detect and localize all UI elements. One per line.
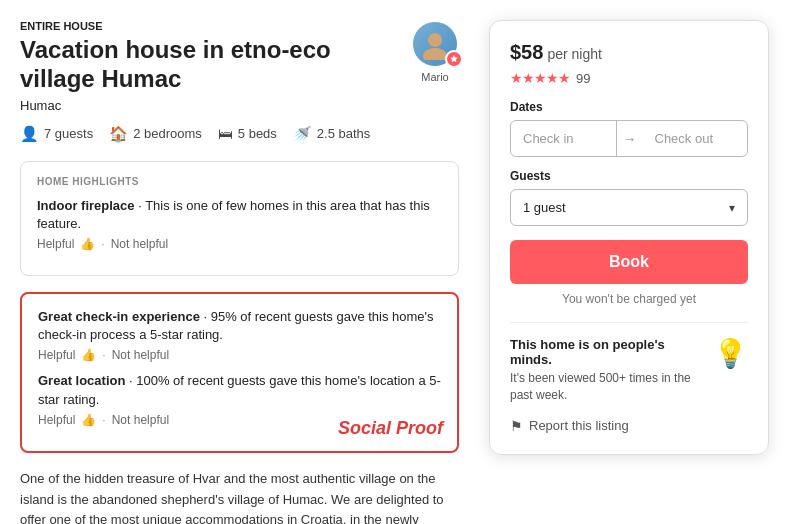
- helpful-row-checkin: Helpful 👍 · Not helpful: [38, 348, 441, 362]
- review-count: 99: [576, 71, 590, 86]
- svg-point-1: [423, 48, 447, 60]
- helpful-label-location: Helpful: [38, 413, 75, 427]
- minds-sub: It's been viewed 500+ times in the past …: [510, 370, 703, 404]
- report-text: Report this listing: [529, 418, 629, 433]
- helpful-label-fireplace: Helpful: [37, 237, 74, 251]
- highlight-title-fireplace: Indoor fireplace: [37, 198, 135, 213]
- bedrooms-label: 2 bedrooms: [133, 126, 202, 141]
- guests-label: 7 guests: [44, 126, 93, 141]
- check-in-placeholder: Check in: [523, 131, 574, 146]
- sep-checkin: ·: [102, 348, 105, 362]
- book-button[interactable]: Book: [510, 240, 748, 284]
- property-title: Vacation house in etno-eco village Humac: [20, 36, 395, 94]
- social-proof-box: Great check-in experience · 95% of recen…: [20, 292, 459, 453]
- sp-text-checkin: Great check-in experience · 95% of recen…: [38, 308, 441, 344]
- social-proof-label: Social Proof: [338, 418, 443, 439]
- minds-box: This home is on people's minds. It's bee…: [510, 322, 748, 404]
- property-location: Humac: [20, 98, 395, 113]
- sp-text-location: Great location · 100% of recent guests g…: [38, 372, 441, 408]
- bed-icon: 🛏: [218, 125, 233, 142]
- check-out-field[interactable]: Check out: [643, 121, 748, 156]
- sp-title-location: Great location: [38, 373, 125, 388]
- check-in-field[interactable]: Check in: [511, 121, 617, 156]
- star-rating: ★★★★★: [510, 70, 570, 86]
- bulb-icon: 💡: [713, 337, 748, 370]
- helpful-row-fireplace: Helpful 👍 · Not helpful: [37, 237, 442, 251]
- rating-row: ★★★★★ 99: [510, 70, 748, 86]
- thumbs-up-icon: 👍: [80, 237, 95, 251]
- guests-icon: 👤: [20, 125, 39, 143]
- property-type: ENTIRE HOUSE: [20, 20, 395, 32]
- guests-value: 1 guest: [523, 200, 566, 215]
- amenity-beds: 🛏 5 beds: [218, 125, 277, 142]
- check-out-placeholder: Check out: [655, 131, 714, 146]
- amenity-baths: 🚿 2.5 baths: [293, 125, 371, 143]
- baths-label: 2.5 baths: [317, 126, 371, 141]
- date-arrow-icon: →: [617, 121, 643, 156]
- property-description: One of the hidden treasure of Hvar and t…: [20, 469, 459, 524]
- sp-title-checkin: Great check-in experience: [38, 309, 200, 324]
- bath-icon: 🚿: [293, 125, 312, 143]
- minds-title: This home is on people's minds.: [510, 337, 703, 367]
- host-name: Mario: [421, 71, 449, 83]
- amenities-row: 👤 7 guests 🏠 2 bedrooms 🛏 5 beds 🚿 2.5 b…: [20, 125, 459, 143]
- left-column: ENTIRE HOUSE Vacation house in etno-eco …: [20, 20, 459, 524]
- thumbs-up-checkin-icon: 👍: [81, 348, 96, 362]
- sep-location: ·: [102, 413, 105, 427]
- right-column: $58 per night ★★★★★ 99 Dates Check in → …: [489, 20, 769, 524]
- report-listing-button[interactable]: ⚑ Report this listing: [510, 418, 748, 434]
- booking-card: $58 per night ★★★★★ 99 Dates Check in → …: [489, 20, 769, 455]
- not-helpful-checkin: Not helpful: [112, 348, 169, 362]
- not-helpful-location: Not helpful: [112, 413, 169, 427]
- highlights-box: HOME HIGHLIGHTS Indoor fireplace · This …: [20, 161, 459, 276]
- amenity-guests: 👤 7 guests: [20, 125, 93, 143]
- thumbs-up-location-icon: 👍: [81, 413, 96, 427]
- flag-icon: ⚑: [510, 418, 523, 434]
- dates-inputs[interactable]: Check in → Check out: [510, 120, 748, 157]
- price: $58: [510, 41, 543, 64]
- guests-selector[interactable]: 1 guest ▾: [510, 189, 748, 226]
- helpful-sep: ·: [101, 237, 104, 251]
- highlight-text-fireplace: Indoor fireplace · This is one of few ho…: [37, 197, 442, 233]
- superhost-badge: [445, 50, 463, 68]
- not-helpful-label-fireplace: Not helpful: [111, 237, 168, 251]
- price-row: $58 per night: [510, 41, 748, 64]
- chevron-down-guests-icon: ▾: [729, 201, 735, 215]
- no-charge-text: You won't be charged yet: [510, 292, 748, 306]
- guests-label: Guests: [510, 169, 748, 183]
- amenity-bedrooms: 🏠 2 bedrooms: [109, 125, 202, 143]
- dates-label: Dates: [510, 100, 748, 114]
- host-avatar-wrapper: Mario: [411, 20, 459, 83]
- bedroom-icon: 🏠: [109, 125, 128, 143]
- highlights-title: HOME HIGHLIGHTS: [37, 176, 442, 187]
- highlight-item-fireplace: Indoor fireplace · This is one of few ho…: [37, 197, 442, 251]
- svg-point-0: [428, 33, 442, 47]
- minds-text: This home is on people's minds. It's bee…: [510, 337, 703, 404]
- helpful-label-checkin: Helpful: [38, 348, 75, 362]
- sp-item-checkin: Great check-in experience · 95% of recen…: [38, 308, 441, 362]
- beds-label: 5 beds: [238, 126, 277, 141]
- per-night: per night: [547, 46, 601, 62]
